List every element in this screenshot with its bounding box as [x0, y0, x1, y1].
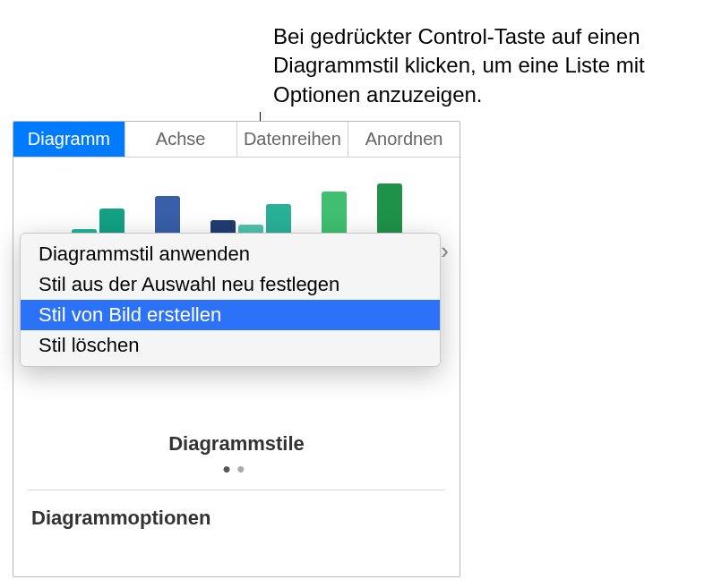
tab-axis[interactable]: Achse — [125, 122, 237, 157]
options-section-title: Diagrammoptionen — [31, 507, 460, 530]
menu-delete-style[interactable]: Stil löschen — [21, 330, 440, 361]
menu-create-from-image[interactable]: Stil von Bild erstellen — [21, 300, 440, 330]
tab-series[interactable]: Datenreihen — [237, 122, 349, 157]
tab-arrange[interactable]: Anordnen — [348, 122, 460, 157]
page-indicator[interactable]: ●● — [13, 461, 460, 477]
lower-panel: Diagrammstile ●● Diagrammoptionen — [13, 422, 460, 576]
menu-apply-style[interactable]: Diagrammstil anwenden — [21, 239, 440, 269]
context-menu: Diagrammstil anwenden Stil aus der Auswa… — [20, 233, 441, 367]
callout-text: Bei gedrückter Control-Taste auf einen D… — [273, 22, 703, 109]
styles-section-title: Diagrammstile — [13, 432, 460, 456]
menu-redefine-style[interactable]: Stil aus der Auswahl neu festlegen — [21, 269, 440, 300]
chevron-right-icon[interactable]: › — [441, 236, 449, 264]
tab-chart[interactable]: Diagramm — [13, 122, 125, 157]
divider — [28, 490, 445, 490]
tab-bar: Diagramm Achse Datenreihen Anordnen — [13, 122, 460, 158]
